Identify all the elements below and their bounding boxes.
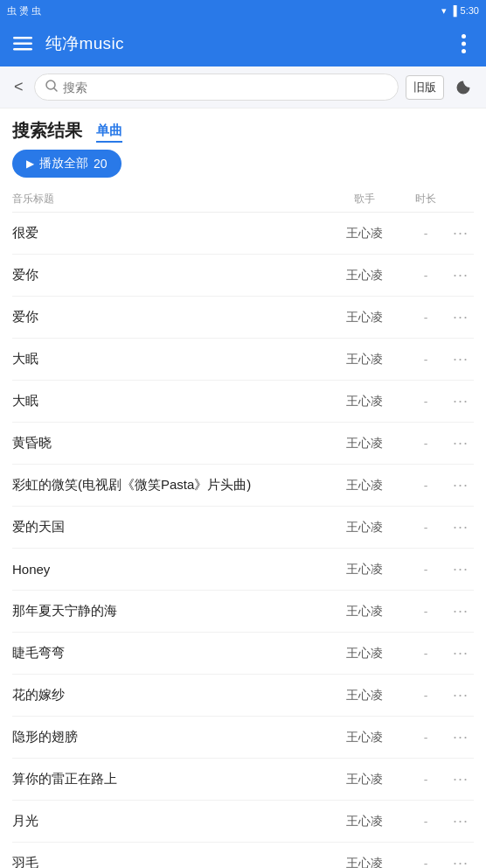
search-actions: 旧版 [406, 75, 476, 100]
song-more-icon[interactable]: ··· [448, 854, 474, 868]
song-name: 爱你 [12, 309, 325, 326]
table-row[interactable]: 羽毛 王心凌 - ··· [12, 843, 474, 868]
song-artist: 王心凌 [325, 646, 404, 662]
svg-line-7 [54, 88, 57, 91]
status-right: ▾ ▐ 5:30 [441, 5, 479, 17]
song-artist: 王心凌 [325, 436, 404, 452]
search-icon [45, 80, 58, 94]
svg-rect-1 [13, 43, 32, 46]
svg-point-5 [462, 49, 466, 53]
play-all-label: 播放全部 [39, 156, 88, 172]
song-name: 大眠 [12, 351, 325, 368]
song-more-icon[interactable]: ··· [448, 812, 474, 830]
menu-icon[interactable] [10, 32, 35, 56]
song-more-icon[interactable]: ··· [448, 392, 474, 410]
svg-point-3 [462, 34, 466, 38]
table-row[interactable]: 睫毛弯弯 王心凌 - ··· [12, 633, 474, 675]
status-left-text: 虫 燙 虫 [7, 4, 41, 18]
song-name: 花的嫁纱 [12, 687, 325, 704]
signal-icon: ▐ [450, 5, 457, 16]
song-duration: - [404, 731, 448, 745]
song-name: 月光 [12, 813, 325, 830]
table-row[interactable]: 大眠 王心凌 - ··· [12, 339, 474, 381]
song-artist: 王心凌 [325, 562, 404, 578]
wifi-icon: ▾ [441, 5, 447, 17]
table-row[interactable]: 大眠 王心凌 - ··· [12, 381, 474, 423]
song-duration: - [404, 605, 448, 619]
song-name: 很爱 [12, 225, 325, 242]
song-duration: - [404, 395, 448, 409]
table-row[interactable]: 爱你 王心凌 - ··· [12, 255, 474, 297]
song-more-icon[interactable]: ··· [448, 266, 474, 284]
song-more-icon[interactable]: ··· [448, 560, 474, 578]
song-duration: - [404, 311, 448, 325]
song-duration: - [404, 815, 448, 829]
song-more-icon[interactable]: ··· [448, 686, 474, 704]
song-name: 彩虹的微笑(电视剧《微笑Pasta》片头曲) [12, 477, 325, 494]
table-row[interactable]: 花的嫁纱 王心凌 - ··· [12, 675, 474, 717]
song-more-icon[interactable]: ··· [448, 476, 474, 494]
song-artist: 王心凌 [325, 688, 404, 704]
table-row[interactable]: 隐形的翅膀 王心凌 - ··· [12, 717, 474, 759]
song-more-icon[interactable]: ··· [448, 728, 474, 746]
song-more-icon[interactable]: ··· [448, 518, 474, 536]
song-name: 算你的雷正在路上 [12, 771, 325, 788]
table-row[interactable]: 很爱 王心凌 - ··· [12, 213, 474, 255]
song-duration: - [404, 689, 448, 703]
result-header: 搜索结果 单曲 [12, 119, 474, 143]
top-bar: 纯净music [0, 21, 486, 66]
song-artist: 王心凌 [325, 856, 404, 869]
svg-rect-0 [13, 37, 32, 39]
song-artist: 王心凌 [325, 814, 404, 830]
song-artist: 王心凌 [325, 310, 404, 326]
table-row[interactable]: Honey 王心凌 - ··· [12, 549, 474, 591]
song-more-icon[interactable]: ··· [448, 770, 474, 788]
header-artist-col: 歌手 [325, 192, 404, 206]
song-list: 很爱 王心凌 - ··· 爱你 王心凌 - ··· 爱你 王心凌 - ··· 大… [12, 213, 474, 868]
table-row[interactable]: 月光 王心凌 - ··· [12, 801, 474, 843]
song-duration: - [404, 647, 448, 661]
song-artist: 王心凌 [325, 268, 404, 284]
song-name: 黄昏晓 [12, 435, 325, 452]
song-name: 羽毛 [12, 855, 325, 868]
song-more-icon[interactable]: ··· [448, 602, 474, 620]
app-title: 纯净music [45, 32, 441, 55]
song-duration: - [404, 773, 448, 787]
table-row[interactable]: 爱你 王心凌 - ··· [12, 297, 474, 339]
table-row[interactable]: 那年夏天宁静的海 王心凌 - ··· [12, 591, 474, 633]
song-duration: - [404, 437, 448, 451]
table-row[interactable]: 彩虹的微笑(电视剧《微笑Pasta》片头曲) 王心凌 - ··· [12, 465, 474, 507]
search-bar: < 旧版 [0, 66, 486, 108]
svg-rect-2 [13, 48, 32, 51]
song-artist: 王心凌 [325, 730, 404, 746]
song-more-icon[interactable]: ··· [448, 350, 474, 368]
more-options-icon[interactable] [451, 32, 476, 56]
song-duration: - [404, 521, 448, 535]
song-artist: 王心凌 [325, 394, 404, 410]
song-artist: 王心凌 [325, 352, 404, 368]
dark-mode-button[interactable] [451, 75, 476, 100]
song-name: 睫毛弯弯 [12, 645, 325, 662]
play-all-play-icon: ▶ [26, 158, 34, 170]
table-row[interactable]: 黄昏晓 王心凌 - ··· [12, 423, 474, 465]
play-all-button[interactable]: ▶ 播放全部 20 [12, 150, 122, 178]
old-version-button[interactable]: 旧版 [406, 75, 444, 100]
song-more-icon[interactable]: ··· [448, 308, 474, 326]
table-header: 音乐标题 歌手 时长 [12, 186, 474, 213]
table-row[interactable]: 爱的天国 王心凌 - ··· [12, 507, 474, 549]
search-input[interactable] [63, 80, 387, 94]
back-button[interactable]: < [10, 78, 27, 96]
status-bar: 虫 燙 虫 ▾ ▐ 5:30 [0, 0, 486, 21]
svg-point-4 [462, 42, 466, 46]
table-row[interactable]: 算你的雷正在路上 王心凌 - ··· [12, 759, 474, 801]
header-title-col: 音乐标题 [12, 192, 325, 206]
song-name: 爱你 [12, 267, 325, 284]
search-input-wrap[interactable] [34, 74, 399, 101]
song-more-icon[interactable]: ··· [448, 644, 474, 662]
song-name: 爱的天国 [12, 519, 325, 536]
song-more-icon[interactable]: ··· [448, 434, 474, 452]
song-artist: 王心凌 [325, 520, 404, 536]
song-more-icon[interactable]: ··· [448, 224, 474, 242]
status-left: 虫 燙 虫 [7, 4, 41, 18]
tab-single[interactable]: 单曲 [96, 122, 122, 143]
